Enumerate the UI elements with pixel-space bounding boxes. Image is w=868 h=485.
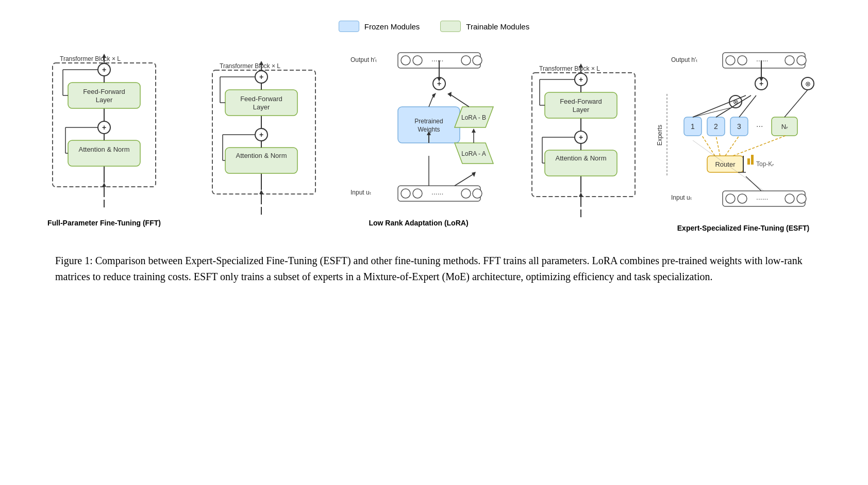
- svg-text:LoRA - A: LoRA - A: [461, 150, 486, 157]
- svg-line-87: [455, 174, 474, 186]
- svg-point-54: [401, 56, 410, 65]
- svg-line-144: [739, 95, 756, 117]
- figure-caption: Figure 1: Comparison between Expert-Spec…: [55, 253, 813, 285]
- svg-rect-40: [225, 90, 297, 116]
- svg-text:······: ······: [431, 56, 443, 64]
- svg-text:Attention & Norm: Attention & Norm: [556, 154, 607, 162]
- svg-text:Layer: Layer: [253, 103, 270, 111]
- svg-marker-92: [579, 192, 583, 197]
- svg-text:Nᵣ: Nᵣ: [781, 123, 788, 131]
- svg-point-80: [413, 189, 422, 198]
- svg-marker-2: [102, 183, 106, 187]
- trainable-label: Trainable Modules: [466, 22, 529, 31]
- fft-label: Full-Parameter Fine-Tuning (FFT): [47, 219, 161, 227]
- esft-detail-diagram: Experts Output h′ₜ ······ + ⊗: [656, 47, 831, 218]
- svg-rect-103: [545, 92, 617, 118]
- lora-label: Low Rank Adaptation (LoRA): [369, 219, 468, 227]
- svg-line-71: [449, 94, 469, 107]
- svg-marker-72: [447, 92, 452, 97]
- svg-line-154: [725, 136, 739, 156]
- svg-text:Router: Router: [715, 160, 736, 168]
- svg-rect-13: [68, 83, 140, 108]
- svg-text:Input uₜ: Input uₜ: [350, 189, 372, 196]
- svg-text:Attention & Norm: Attention & Norm: [236, 152, 287, 159]
- legend: Frozen Modules Trainable Modules: [339, 21, 529, 32]
- svg-point-55: [413, 56, 422, 65]
- svg-text:Layer: Layer: [96, 96, 113, 104]
- trainable-box: [440, 21, 461, 32]
- svg-text:LoRA - B: LoRA - B: [461, 114, 486, 121]
- svg-rect-151: [751, 155, 754, 165]
- svg-text:Output h′ₜ: Output h′ₜ: [671, 56, 698, 63]
- svg-line-152: [702, 136, 715, 156]
- svg-point-123: [797, 56, 806, 65]
- svg-point-83: [473, 189, 482, 198]
- svg-text:Input uₜ: Input uₜ: [671, 194, 692, 201]
- svg-rect-4: [68, 140, 140, 166]
- svg-text:+: +: [102, 66, 106, 74]
- svg-point-58: [473, 56, 482, 65]
- svg-text:···: ···: [756, 122, 763, 131]
- svg-point-57: [461, 56, 471, 65]
- svg-text:+: +: [102, 123, 106, 132]
- fft-block-title: Transformer Block × L: [60, 55, 121, 62]
- svg-point-162: [797, 194, 806, 203]
- fft-section: Transformer Block × L Attention & Norm +…: [32, 47, 176, 227]
- svg-text:+: +: [259, 73, 263, 81]
- svg-text:2: 2: [714, 122, 718, 131]
- svg-point-82: [461, 189, 471, 198]
- svg-text:Pretrained: Pretrained: [414, 118, 443, 125]
- svg-text:······: ······: [431, 189, 443, 198]
- svg-text:Output h′ₜ: Output h′ₜ: [350, 56, 377, 63]
- svg-point-122: [785, 56, 794, 65]
- svg-text:Feed-Forward: Feed-Forward: [240, 95, 282, 103]
- svg-line-153: [716, 136, 720, 156]
- svg-text:Transformer Block × L: Transformer Block × L: [539, 65, 600, 72]
- svg-text:Experts: Experts: [656, 125, 663, 146]
- diagrams-row: Transformer Block × L Attention & Norm +…: [31, 47, 837, 232]
- svg-point-79: [401, 189, 410, 198]
- svg-point-119: [726, 56, 735, 65]
- svg-line-155: [733, 136, 786, 156]
- svg-point-159: [738, 194, 747, 203]
- svg-text:Feed-Forward: Feed-Forward: [560, 98, 602, 105]
- fft-diagram: Transformer Block × L Attention & Norm +…: [37, 47, 171, 213]
- esft-label: Expert-Specialized Fine-Tuning (ESFT): [677, 224, 809, 232]
- svg-point-161: [785, 194, 794, 203]
- svg-text:Layer: Layer: [573, 106, 590, 114]
- esft-section: Transformer Block × L Attention & Norm +: [511, 47, 836, 232]
- svg-text:······: ······: [756, 195, 768, 203]
- svg-text:Top-Kᵣ: Top-Kᵣ: [756, 160, 774, 168]
- svg-text:Transformer Block × L: Transformer Block × L: [220, 62, 280, 70]
- lora-transformer-diagram: Transformer Block × L Attention & Norm +: [197, 55, 326, 220]
- frozen-label: Frozen Modules: [364, 22, 420, 31]
- svg-text:⊗: ⊗: [805, 80, 811, 88]
- svg-line-146: [784, 90, 808, 117]
- svg-marker-76: [472, 128, 476, 133]
- svg-text:1: 1: [691, 122, 695, 131]
- svg-text:+: +: [579, 133, 583, 141]
- esft-transformer-diagram: Transformer Block × L Attention & Norm +: [516, 57, 645, 222]
- legend-frozen: Frozen Modules: [339, 21, 420, 32]
- svg-text:Feed-Forward: Feed-Forward: [83, 88, 125, 95]
- svg-text:Attention & Norm: Attention & Norm: [79, 146, 130, 153]
- legend-trainable: Trainable Modules: [440, 21, 529, 32]
- lora-detail-diagram: Output h′ₜ ······ + Pretrained Weights: [341, 47, 496, 213]
- svg-point-120: [738, 56, 747, 65]
- lora-section: Transformer Block × L Attention & Norm +: [192, 47, 501, 227]
- svg-rect-150: [747, 158, 750, 165]
- svg-text:······: ······: [756, 56, 768, 64]
- frozen-box: [339, 21, 359, 32]
- svg-point-158: [726, 194, 735, 203]
- svg-text:+: +: [259, 131, 263, 139]
- svg-text:3: 3: [737, 122, 741, 131]
- svg-marker-29: [259, 190, 263, 194]
- svg-text:+: +: [579, 75, 583, 84]
